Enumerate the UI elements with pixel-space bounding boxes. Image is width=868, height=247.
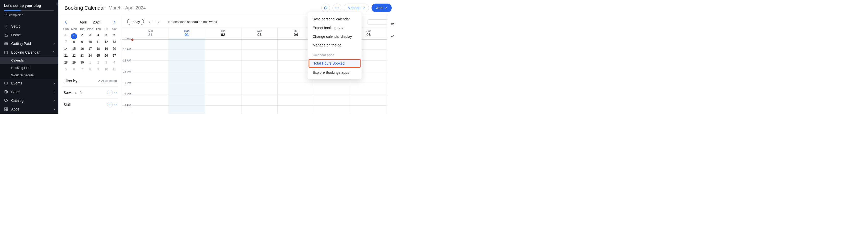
time-slot[interactable] (169, 50, 205, 60)
mini-cal-day[interactable]: 20 (110, 46, 118, 53)
dd-sync-personal[interactable]: Sync personal calendar (308, 15, 362, 24)
mini-cal-day[interactable]: 12 (102, 39, 111, 46)
mini-cal-day[interactable]: 15 (70, 46, 78, 53)
mini-cal-day[interactable]: 19 (102, 46, 111, 53)
sidebar-item-apps[interactable]: Apps (0, 105, 58, 114)
time-slot[interactable] (132, 72, 169, 83)
mini-cal-day[interactable]: 30 (78, 59, 86, 66)
time-slot[interactable] (242, 94, 278, 105)
time-slot[interactable] (350, 94, 386, 105)
manage-button[interactable]: Manage (344, 4, 369, 12)
more-button[interactable] (333, 4, 341, 12)
time-slot[interactable] (278, 94, 314, 105)
mini-cal-day[interactable]: 25 (94, 53, 102, 59)
time-slot[interactable] (132, 83, 169, 94)
time-slot[interactable] (205, 72, 242, 83)
add-button[interactable]: Add (372, 4, 392, 12)
mini-cal-day[interactable]: 1 (86, 59, 94, 66)
mini-cal-day[interactable]: 11 (110, 66, 118, 73)
mini-cal-day[interactable]: 18 (94, 46, 102, 53)
time-slot[interactable] (350, 83, 386, 94)
mini-cal-day[interactable]: 22 (70, 53, 78, 59)
sub-item-calendar[interactable]: Calendar (0, 57, 58, 64)
time-slot[interactable] (205, 61, 242, 72)
time-slot[interactable] (242, 105, 278, 114)
mini-cal-day[interactable]: 9 (78, 39, 86, 46)
time-slot[interactable] (132, 105, 169, 114)
filter-panel-icon[interactable] (390, 22, 395, 28)
prev-week-button[interactable] (148, 20, 153, 24)
time-slot[interactable] (314, 105, 351, 114)
mini-cal-day[interactable]: 14 (62, 46, 70, 53)
time-slot[interactable] (169, 83, 205, 94)
time-slot[interactable] (205, 105, 242, 114)
mini-cal-day[interactable]: 1 (70, 32, 78, 39)
mini-cal-day[interactable]: 7 (78, 66, 86, 73)
time-slot[interactable] (314, 94, 351, 105)
time-slot[interactable] (205, 94, 242, 105)
mini-cal-day[interactable]: 8 (70, 39, 78, 46)
sidebar-item-booking-calendar[interactable]: Booking Calendar (0, 48, 58, 57)
filter-staff[interactable]: Staff + (62, 98, 118, 111)
mini-cal-day[interactable]: 31 (62, 32, 70, 39)
sub-item-work-schedule[interactable]: Work Schedule (0, 71, 58, 79)
mini-cal-day[interactable]: 7 (62, 39, 70, 46)
filter-services[interactable]: Services + (62, 87, 118, 98)
mini-cal-day[interactable]: 10 (102, 66, 111, 73)
chevron-down-icon[interactable] (114, 104, 117, 105)
refresh-button[interactable] (321, 4, 330, 12)
mini-cal-day[interactable]: 11 (94, 39, 102, 46)
time-slot[interactable] (242, 83, 278, 94)
mini-cal-day[interactable]: 17 (86, 46, 94, 53)
time-slot[interactable] (242, 50, 278, 60)
mini-cal-day[interactable]: 13 (110, 39, 118, 46)
time-slot[interactable] (278, 83, 314, 94)
time-slot[interactable] (169, 38, 205, 49)
sidebar-item-getting-paid[interactable]: Getting Paid (0, 39, 58, 48)
dd-change-display[interactable]: Change calendar display (308, 32, 362, 41)
mini-cal-day[interactable]: 29 (70, 59, 78, 66)
mini-cal-day[interactable]: 23 (78, 53, 86, 59)
dd-explore-apps[interactable]: Explore Bookings apps (308, 68, 362, 77)
mini-cal-day[interactable]: 10 (86, 39, 94, 46)
time-slot[interactable] (132, 61, 169, 72)
mini-cal-day[interactable]: 26 (102, 53, 111, 59)
dd-export[interactable]: Export booking data (308, 24, 362, 32)
time-slot[interactable] (350, 105, 386, 114)
time-slot[interactable] (278, 105, 314, 114)
insights-icon[interactable] (390, 33, 395, 39)
time-slot[interactable] (132, 38, 169, 49)
mini-cal-day[interactable]: 9 (94, 66, 102, 73)
sidebar-item-setup[interactable]: Setup (0, 22, 58, 31)
next-week-button[interactable] (156, 20, 160, 24)
time-slot[interactable] (169, 94, 205, 105)
mini-cal-day[interactable]: 2 (78, 32, 86, 39)
mini-cal-day[interactable]: 5 (102, 32, 111, 39)
time-slot[interactable] (169, 105, 205, 114)
time-slot[interactable] (242, 72, 278, 83)
mini-cal-day[interactable]: 21 (62, 53, 70, 59)
sub-item-booking-list[interactable]: Booking List (0, 64, 58, 71)
mini-cal-day[interactable]: 4 (94, 32, 102, 39)
time-slot[interactable] (132, 94, 169, 105)
time-slot[interactable] (205, 83, 242, 94)
add-staff-button[interactable]: + (107, 102, 113, 107)
mini-cal-day[interactable]: 5 (62, 66, 70, 73)
mini-cal-day[interactable]: 6 (110, 32, 118, 39)
sidebar-item-sales[interactable]: $ Sales (0, 88, 58, 96)
mini-cal-day[interactable]: 3 (86, 32, 94, 39)
mini-cal-day[interactable]: 8 (86, 66, 94, 73)
time-slot[interactable] (242, 38, 278, 49)
sidebar-item-catalog[interactable]: Catalog (0, 96, 58, 105)
mini-cal-next[interactable] (114, 21, 116, 24)
mini-cal-day[interactable]: 28 (62, 59, 70, 66)
dd-total-hours-booked[interactable]: Total Hours Booked (309, 59, 361, 68)
time-slot[interactable] (169, 72, 205, 83)
mini-cal-day[interactable]: 27 (110, 53, 118, 59)
mini-cal-day[interactable]: 2 (94, 59, 102, 66)
time-slot[interactable] (132, 50, 169, 60)
time-slot[interactable] (205, 50, 242, 60)
setup-card[interactable]: Let's set up your blog 1/3 completed (0, 0, 58, 20)
mini-cal-day[interactable]: 24 (86, 53, 94, 59)
dd-manage-on-go[interactable]: Manage on the go (308, 41, 362, 50)
